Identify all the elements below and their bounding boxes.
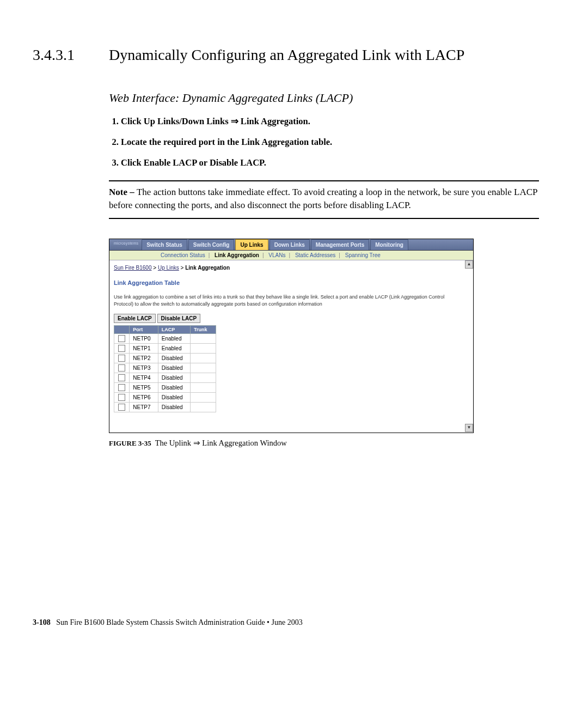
enable-lacp-button[interactable]: Enable LACP: [114, 314, 156, 323]
row-checkbox[interactable]: [118, 345, 125, 352]
cell-trunk: [191, 383, 216, 393]
sun-logo: microsystems: [113, 239, 142, 250]
table-row: NETP3Disabled: [114, 363, 216, 373]
note-body: The action buttons take immediate effect…: [109, 187, 537, 211]
page-number: 3-108: [33, 618, 51, 626]
tab-switch-status[interactable]: Switch Status: [142, 239, 187, 250]
cell-trunk: [191, 363, 216, 373]
cell-port: NETP1: [130, 344, 158, 354]
subnav-link-aggregation[interactable]: Link Aggregation: [215, 252, 259, 258]
tab-monitoring[interactable]: Monitoring: [370, 239, 408, 250]
cell-trunk: [191, 344, 216, 354]
cell-lacp: Disabled: [158, 383, 190, 393]
cell-lacp: Disabled: [158, 393, 190, 403]
row-checkbox[interactable]: [118, 364, 125, 372]
row-checkbox[interactable]: [118, 374, 125, 381]
cell-port: NETP0: [130, 334, 158, 344]
cell-lacp: Enabled: [158, 344, 190, 354]
table-row: NETP2Disabled: [114, 354, 216, 363]
tab-management-ports[interactable]: Management Ports: [311, 239, 369, 250]
cell-port: NETP5: [130, 383, 158, 393]
cell-lacp: Disabled: [158, 354, 190, 363]
top-tabbar: microsystems Switch Status Switch Config…: [109, 239, 473, 251]
figure-text: The Uplink ⇒ Link Aggregation Window: [155, 439, 287, 447]
col-trunk: Trunk: [191, 326, 216, 334]
note-label: Note –: [109, 187, 137, 197]
table-row: NETP1Enabled: [114, 344, 216, 354]
col-port: Port: [130, 326, 158, 334]
cell-lacp: Disabled: [158, 373, 190, 383]
row-checkbox[interactable]: [118, 394, 125, 401]
breadcrumb: Sun Fire B1600 > Up Links > Link Aggrega…: [114, 265, 469, 271]
step-item: Locate the required port in the Link Agg…: [121, 136, 539, 149]
table-description: Use link aggregation to combine a set of…: [114, 294, 462, 307]
scroll-down-icon[interactable]: ▼: [465, 424, 473, 432]
cell-trunk: [191, 373, 216, 383]
cell-port: NETP2: [130, 354, 158, 363]
cell-port: NETP4: [130, 373, 158, 383]
tab-up-links[interactable]: Up Links: [235, 239, 268, 250]
subnav-connection-status[interactable]: Connection Status: [161, 252, 205, 258]
steps-list: Click Up Links/Down Links ⇒ Link Aggrega…: [109, 115, 539, 169]
subnav-spanning-tree[interactable]: Spanning Tree: [345, 252, 381, 258]
breadcrumb-mid[interactable]: Up Links: [158, 265, 179, 271]
footer-text: Sun Fire B1600 Blade System Chassis Swit…: [56, 618, 303, 626]
cell-lacp: Enabled: [158, 334, 190, 344]
subhead: Web Interface: Dynamic Aggregated Links …: [109, 91, 539, 105]
section-title: Dynamically Configuring an Aggregated Li…: [109, 46, 464, 64]
link-aggregation-table: Port LACP Trunk NETP0Enabled NETP1Enable…: [114, 325, 216, 412]
step-item: Click Enable LACP or Disable LACP.: [121, 156, 539, 169]
cell-trunk: [191, 354, 216, 363]
subnav-static-addresses[interactable]: Static Addresses: [295, 252, 335, 258]
sub-nav: Connection Status| Link Aggregation| VLA…: [109, 251, 473, 260]
tab-down-links[interactable]: Down Links: [270, 239, 310, 250]
section-number: 3.4.3.1: [33, 46, 109, 64]
table-row: NETP0Enabled: [114, 334, 216, 344]
tab-switch-config[interactable]: Switch Config: [188, 239, 235, 250]
breadcrumb-root[interactable]: Sun Fire B1600: [114, 265, 152, 271]
disable-lacp-button[interactable]: Disable LACP: [157, 314, 201, 323]
cell-trunk: [191, 334, 216, 344]
cell-trunk: [191, 403, 216, 412]
row-checkbox[interactable]: [118, 404, 125, 411]
note-block: Note – The action buttons take immediate…: [109, 180, 539, 219]
row-checkbox[interactable]: [118, 355, 125, 362]
table-title: Link Aggregation Table: [114, 279, 469, 286]
table-row: NETP5Disabled: [114, 383, 216, 393]
row-checkbox[interactable]: [118, 384, 125, 391]
subnav-vlans[interactable]: VLANs: [268, 252, 285, 258]
table-row: NETP7Disabled: [114, 403, 216, 412]
cell-port: NETP3: [130, 363, 158, 373]
table-row: NETP4Disabled: [114, 373, 216, 383]
col-lacp: LACP: [158, 326, 190, 334]
page-footer: 3-108 Sun Fire B1600 Blade System Chassi…: [33, 618, 523, 627]
cell-port: NETP7: [130, 403, 158, 412]
figure-caption: FIGURE 3-35 The Uplink ⇒ Link Aggregatio…: [109, 439, 539, 448]
scroll-up-icon[interactable]: ▲: [465, 260, 473, 269]
cell-lacp: Disabled: [158, 363, 190, 373]
step-item: Click Up Links/Down Links ⇒ Link Aggrega…: [121, 115, 539, 128]
table-row: NETP6Disabled: [114, 393, 216, 403]
cell-trunk: [191, 393, 216, 403]
screenshot-window: microsystems Switch Status Switch Config…: [109, 239, 474, 433]
row-checkbox[interactable]: [118, 335, 125, 342]
figure-label: FIGURE 3-35: [109, 439, 151, 447]
cell-lacp: Disabled: [158, 403, 190, 412]
cell-port: NETP6: [130, 393, 158, 403]
breadcrumb-leaf: Link Aggregation: [185, 265, 230, 271]
